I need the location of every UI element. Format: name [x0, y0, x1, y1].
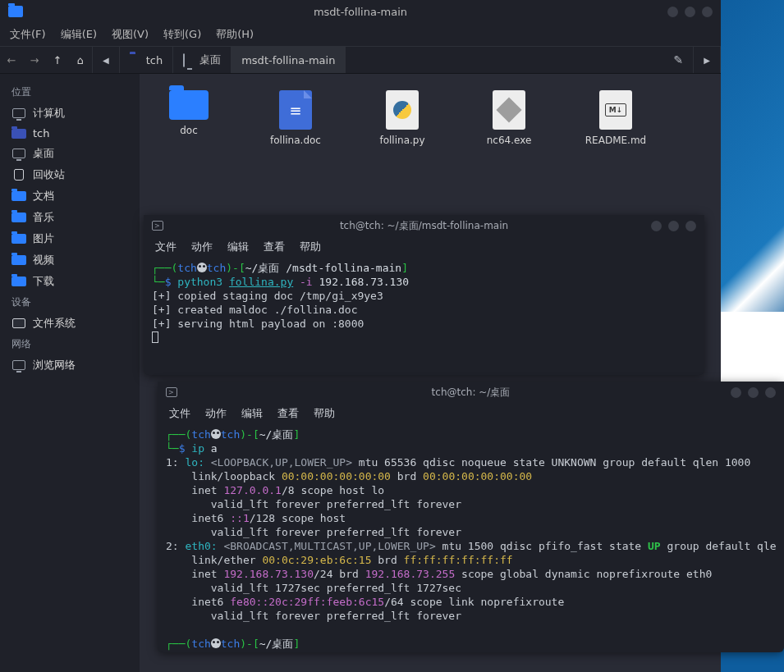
minimize-button[interactable]	[651, 221, 662, 231]
terminal-icon	[166, 387, 177, 397]
window-title: msdt-follina-main	[314, 6, 407, 18]
term1-window-controls	[651, 221, 696, 231]
file-follina-py[interactable]: follina.py	[361, 90, 443, 146]
maximize-button[interactable]	[748, 387, 759, 398]
minimize-button[interactable]	[731, 387, 741, 398]
back-button[interactable]: ←	[0, 48, 23, 71]
menu-edit[interactable]: 编辑	[227, 240, 249, 254]
edit-path-button[interactable]: ✎	[664, 47, 695, 73]
python-icon	[386, 90, 419, 130]
menu-actions[interactable]: 动作	[205, 406, 227, 421]
sb-devices-header: 设备	[0, 292, 140, 313]
menu-help[interactable]: 帮助	[300, 240, 321, 254]
window-controls	[667, 7, 713, 17]
skull-icon	[211, 638, 221, 648]
folder-icon	[8, 6, 23, 17]
sb-tch[interactable]: tch	[0, 124, 140, 143]
fm-titlebar[interactable]: msdt-follina-main	[0, 0, 721, 23]
sb-music[interactable]: 音乐	[0, 207, 140, 228]
term2-titlebar[interactable]: tch@tch: ~/桌面	[158, 382, 784, 403]
cursor	[152, 331, 158, 343]
forward-button[interactable]: →	[23, 48, 46, 71]
fm-menubar: 文件(F) 编辑(E) 视图(V) 转到(G) 帮助(H)	[0, 23, 721, 46]
exe-icon	[493, 90, 525, 130]
menu-view[interactable]: 查看	[264, 240, 285, 254]
menu-help[interactable]: 帮助(H)	[216, 27, 254, 42]
term1-titlebar[interactable]: tch@tch: ~/桌面/msdt-follina-main	[144, 215, 704, 236]
fm-toolbar: ← → ↑ ⌂ ◀ tch 桌面 msdt-follina-main ✎ ▶	[0, 46, 721, 74]
menu-file[interactable]: 文件	[155, 240, 177, 254]
sidebar: 位置 计算机 tch 桌面 回收站 文档 音乐 图片 视频 下载 设备 文件系统…	[0, 74, 140, 672]
skull-icon	[197, 263, 207, 272]
document-icon: ≡	[279, 90, 312, 130]
crumb-tch[interactable]: tch	[120, 47, 173, 73]
breadcrumb: ◀ tch 桌面 msdt-follina-main ✎ ▶	[92, 47, 721, 73]
maximize-button[interactable]	[685, 7, 695, 17]
sb-documents[interactable]: 文档	[0, 185, 140, 207]
sb-places-header: 位置	[0, 82, 140, 103]
file-readme-md[interactable]: M↓README.md	[575, 90, 657, 146]
maximize-button[interactable]	[668, 221, 679, 231]
minimize-button[interactable]	[667, 7, 678, 17]
crumb-forward[interactable]: ▶	[694, 47, 721, 73]
term1-menubar: 文件 动作 编辑 查看 帮助	[144, 236, 704, 258]
folder-icon	[169, 90, 209, 120]
sb-filesystem[interactable]: 文件系统	[0, 313, 140, 334]
terminal-window-1: tch@tch: ~/桌面/msdt-follina-main 文件 动作 编辑…	[144, 215, 704, 375]
menu-view[interactable]: 查看	[277, 406, 299, 421]
crumb-desktop[interactable]: 桌面	[173, 47, 232, 73]
menu-edit[interactable]: 编辑(E)	[61, 27, 97, 42]
close-button[interactable]	[765, 387, 776, 398]
term1-output[interactable]: ┌──(tchtch)-[~/桌面 /msdt-follina-main] └─…	[144, 258, 704, 375]
file-nc64-exe[interactable]: nc64.exe	[468, 90, 550, 146]
term2-output[interactable]: ┌──(tchtch)-[~/桌面] └─$ ip a 1: lo: <LOOP…	[158, 424, 784, 652]
menu-help[interactable]: 帮助	[314, 406, 335, 421]
up-button[interactable]: ↑	[46, 48, 69, 71]
menu-file[interactable]: 文件(F)	[10, 27, 46, 42]
markdown-icon: M↓	[599, 90, 632, 130]
sb-trash[interactable]: 回收站	[0, 164, 140, 185]
menu-view[interactable]: 视图(V)	[112, 27, 149, 42]
sb-desktop[interactable]: 桌面	[0, 143, 140, 164]
crumb-back[interactable]: ◀	[93, 47, 120, 73]
sb-computer[interactable]: 计算机	[0, 103, 140, 124]
sb-browse-network[interactable]: 浏览网络	[0, 354, 140, 376]
term2-menubar: 文件 动作 编辑 查看 帮助	[158, 403, 784, 424]
file-follina-doc[interactable]: ≡follina.doc	[254, 90, 337, 146]
close-button[interactable]	[685, 221, 696, 231]
menu-actions[interactable]: 动作	[191, 240, 213, 254]
sb-downloads[interactable]: 下载	[0, 271, 140, 292]
skull-icon	[211, 429, 221, 439]
sb-network-header: 网络	[0, 334, 140, 354]
home-button[interactable]: ⌂	[69, 48, 92, 71]
file-doc-folder[interactable]: doc	[148, 90, 230, 136]
sb-pictures[interactable]: 图片	[0, 228, 140, 249]
menu-go[interactable]: 转到(G)	[163, 27, 201, 42]
sb-videos[interactable]: 视频	[0, 249, 140, 271]
crumb-current[interactable]: msdt-follina-main	[232, 47, 346, 73]
terminal-icon	[152, 221, 163, 231]
term2-title: tch@tch: ~/桌面	[432, 386, 511, 400]
menu-file[interactable]: 文件	[169, 406, 190, 421]
term2-window-controls	[731, 387, 776, 398]
menu-edit[interactable]: 编辑	[241, 406, 263, 421]
terminal-window-2: tch@tch: ~/桌面 文件 动作 编辑 查看 帮助 ┌──(tchtch)…	[158, 382, 784, 652]
term1-title: tch@tch: ~/桌面/msdt-follina-main	[340, 219, 508, 233]
close-button[interactable]	[702, 7, 713, 17]
